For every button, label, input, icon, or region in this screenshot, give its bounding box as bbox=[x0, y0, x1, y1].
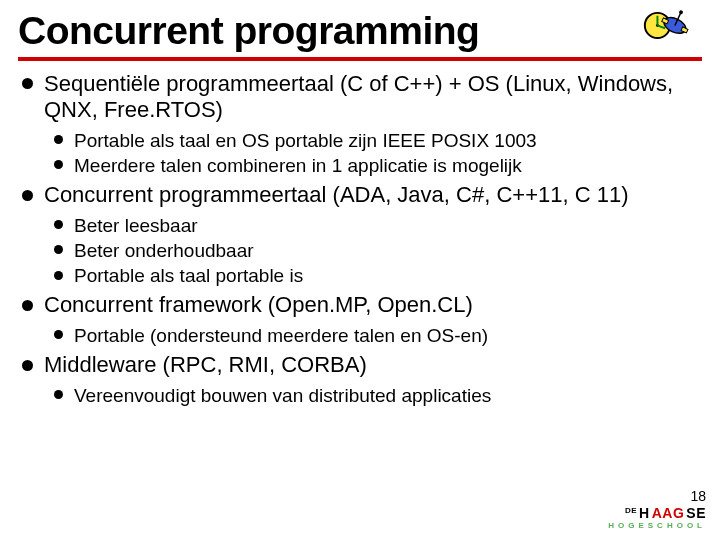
bullet-text: Concurrent programmeertaal (ADA, Java, C… bbox=[44, 182, 628, 207]
bullet-text: Concurrent framework (Open.MP, Open.CL) bbox=[44, 292, 473, 317]
list-item: Sequentiële programmeertaal (C of C++) +… bbox=[22, 71, 702, 179]
list-item: Portable als taal portable is bbox=[54, 263, 702, 288]
bullet-text: Middleware (RPC, RMI, CORBA) bbox=[44, 352, 367, 377]
bullet-list: Sequentiële programmeertaal (C of C++) +… bbox=[18, 71, 702, 409]
list-item: Concurrent programmeertaal (ADA, Java, C… bbox=[22, 182, 702, 288]
title-row: Concurrent programming bbox=[18, 8, 702, 61]
footer: 18 DE HAAGSE HOGESCHOOL bbox=[608, 488, 706, 530]
list-item: Portable als taal en OS portable zijn IE… bbox=[54, 128, 702, 153]
svg-point-8 bbox=[678, 10, 683, 15]
list-item: Beter leesbaar bbox=[54, 213, 702, 238]
list-item: Portable (ondersteund meerdere talen en … bbox=[54, 323, 702, 348]
list-item: Vereenvoudigt bouwen van distributed app… bbox=[54, 383, 702, 408]
slide-title: Concurrent programming bbox=[18, 9, 479, 53]
page-number: 18 bbox=[608, 488, 706, 504]
bullet-text: Sequentiële programmeertaal (C of C++) +… bbox=[44, 71, 673, 123]
school-logo: DE HAAGSE HOGESCHOOL bbox=[608, 506, 706, 530]
list-item: Middleware (RPC, RMI, CORBA) Vereenvoudi… bbox=[22, 352, 702, 408]
clock-satellite-icon bbox=[640, 8, 702, 55]
list-item: Meerdere talen combineren in 1 applicati… bbox=[54, 153, 702, 178]
list-item: Concurrent framework (Open.MP, Open.CL) … bbox=[22, 292, 702, 348]
list-item: Beter onderhoudbaar bbox=[54, 238, 702, 263]
